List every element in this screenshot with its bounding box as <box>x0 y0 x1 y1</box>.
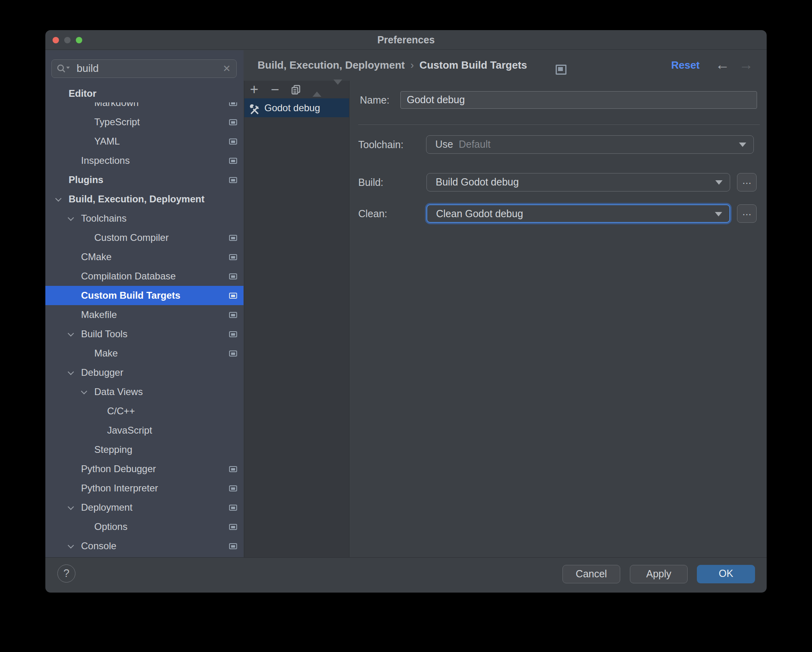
breadcrumb-parent[interactable]: Build, Execution, Deployment <box>258 59 405 71</box>
cancel-button[interactable]: Cancel <box>562 565 620 583</box>
sidebar-tree-item[interactable]: Build, Execution, Deployment <box>45 189 244 209</box>
targets-toolbar: + − <box>244 81 349 98</box>
chevron-down-icon[interactable] <box>68 330 74 337</box>
toolchain-select[interactable]: UseDefault <box>426 135 754 154</box>
help-button[interactable]: ? <box>57 564 75 583</box>
window-icon <box>229 505 237 511</box>
sidebar-tree-item[interactable]: Python Interpreter <box>45 479 244 498</box>
sidebar-tree-item[interactable]: TypeScript <box>45 112 244 132</box>
sidebar-tree-item[interactable]: Python Debugger <box>45 459 244 479</box>
chevron-down-icon[interactable] <box>68 369 74 375</box>
sidebar-tree-item[interactable]: Make <box>45 344 244 363</box>
back-arrow-icon[interactable]: ← <box>714 50 731 80</box>
sidebar-tree-item[interactable]: Compilation Database <box>45 267 244 286</box>
tree-item-label: Custom Build Targets <box>81 286 181 305</box>
ok-button[interactable]: OK <box>697 565 755 583</box>
build-more-button[interactable]: … <box>737 173 757 192</box>
sidebar-tree-item[interactable]: YAML <box>45 132 244 151</box>
copy-icon[interactable] <box>291 85 301 95</box>
build-label: Build: <box>358 173 384 192</box>
window-icon <box>229 293 237 299</box>
window-icon <box>229 235 237 241</box>
window-icon <box>229 312 237 318</box>
sidebar-tree-item[interactable]: Inspections <box>45 151 244 170</box>
build-value: Build Godot debug <box>436 176 519 187</box>
window-icon <box>229 119 237 125</box>
tree-item-label: Build, Execution, Deployment <box>69 189 205 209</box>
sidebar-tree-item[interactable]: Data Views <box>45 382 244 401</box>
tree-item-label: C/C++ <box>107 401 135 421</box>
add-icon[interactable]: + <box>249 85 259 95</box>
tree-item-label: Deployment <box>81 498 132 517</box>
tree-item-label: TypeScript <box>94 112 140 132</box>
sidebar-tree-item[interactable]: Custom Build Targets <box>45 286 244 305</box>
window-icon <box>229 466 237 472</box>
tree-item-label: Compilation Database <box>81 267 176 286</box>
clean-more-button[interactable]: … <box>737 204 757 223</box>
chevron-down-icon[interactable] <box>55 196 62 202</box>
toolchain-label: Toolchain: <box>358 136 404 154</box>
tree-item-label: Plugins <box>69 170 104 189</box>
sidebar-tree-item[interactable]: CMake <box>45 247 244 267</box>
window-icon <box>229 158 237 164</box>
sidebar-tree-item[interactable]: Build Tools <box>45 324 244 344</box>
title-bar: Preferences <box>45 30 767 50</box>
forward-arrow-icon[interactable]: → <box>737 50 755 80</box>
sidebar-tree-item[interactable]: Editor <box>45 85 244 102</box>
tree-item-label: Debugger <box>81 363 123 382</box>
sidebar-tree-item[interactable]: Options <box>45 517 244 536</box>
chevron-down-icon[interactable] <box>68 542 74 549</box>
tree-item-label: JavaScript <box>107 421 152 440</box>
sidebar-tree-item[interactable]: Makefile <box>45 305 244 324</box>
move-down-icon[interactable] <box>333 85 343 95</box>
reset-link[interactable]: Reset <box>671 50 700 80</box>
sidebar-tree-item[interactable]: Deployment <box>45 498 244 517</box>
tree-item-label: Inspections <box>81 151 130 170</box>
list-item-godot-debug[interactable]: Godot debug <box>244 98 349 117</box>
move-up-icon[interactable] <box>312 85 322 95</box>
clear-search-icon[interactable]: ✕ <box>223 60 231 77</box>
chevron-down-icon[interactable] <box>81 388 87 395</box>
sidebar-tree-item[interactable]: Debugger <box>45 363 244 382</box>
chevron-down-icon[interactable] <box>68 215 74 221</box>
tree-item-label: Console <box>81 536 116 556</box>
clean-select[interactable]: Clean Godot debug <box>426 204 730 223</box>
toolchain-use-text: Use <box>435 139 453 150</box>
sidebar-tree-item[interactable]: Custom Compiler <box>45 228 244 247</box>
toolchain-value: Default <box>459 139 490 150</box>
search-icon[interactable] <box>57 63 71 76</box>
tree-item-label: Python Interpreter <box>81 479 158 498</box>
window-icon <box>229 350 237 357</box>
search-input[interactable]: build ✕ <box>51 59 237 78</box>
window-icon <box>229 485 237 491</box>
window-icon <box>229 139 237 145</box>
sidebar-tree-item[interactable]: Plugins <box>45 170 244 189</box>
build-select[interactable]: Build Godot debug <box>426 173 730 192</box>
settings-sidebar: build ✕ Editor Markdown TypeScript YAML … <box>45 50 244 557</box>
remove-icon[interactable]: − <box>270 85 280 95</box>
tree-item-label: Toolchains <box>81 209 126 228</box>
footer-divider <box>45 557 767 558</box>
targets-list-panel: + − <box>244 81 349 557</box>
settings-tree: Editor Markdown TypeScript YAML Inspecti… <box>45 81 244 557</box>
search-value: build <box>77 60 99 77</box>
chevron-down-icon <box>715 180 723 185</box>
window-title: Preferences <box>45 30 767 49</box>
sidebar-tree-item[interactable]: C/C++ <box>45 401 244 421</box>
tree-item-label: Data Views <box>94 382 143 401</box>
breadcrumb: Build, Execution, Deployment›Custom Buil… <box>258 50 527 80</box>
window-icon <box>229 177 237 183</box>
breadcrumb-current: Custom Build Targets <box>420 59 527 71</box>
sidebar-tree-item[interactable]: Stepping <box>45 440 244 459</box>
apply-button[interactable]: Apply <box>630 565 688 583</box>
tree-item-label: Make <box>94 344 118 363</box>
target-name: Godot debug <box>264 98 320 117</box>
window-icon <box>229 331 237 337</box>
chevron-down-icon[interactable] <box>68 504 74 510</box>
sidebar-tree-item[interactable]: JavaScript <box>45 421 244 440</box>
tree-item-label: Options <box>94 517 128 536</box>
sidebar-tree-item[interactable]: Console <box>45 536 244 556</box>
divider <box>358 124 760 125</box>
name-field[interactable]: Godot debug <box>400 91 757 109</box>
sidebar-tree-item[interactable]: Toolchains <box>45 209 244 228</box>
